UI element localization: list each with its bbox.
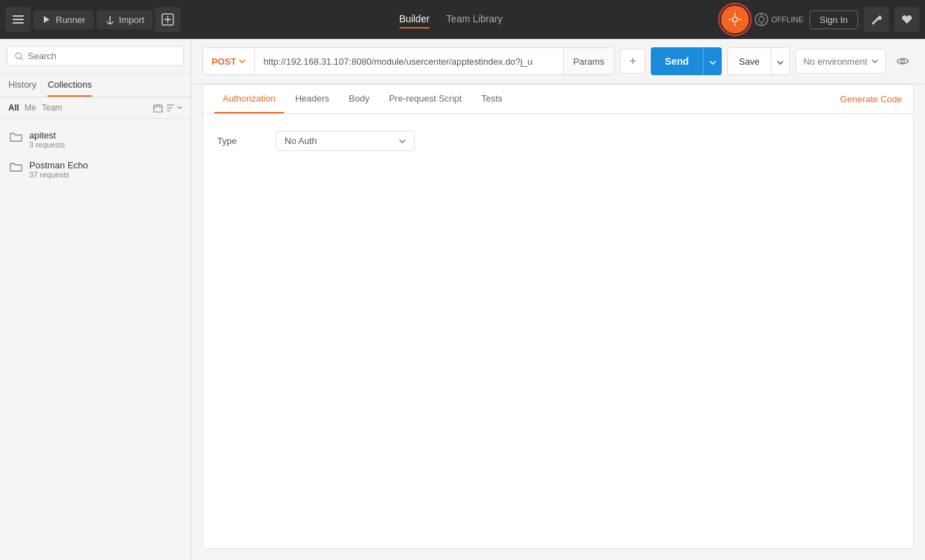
postman-sync-icon[interactable] (721, 6, 749, 33)
search-input-wrap[interactable] (7, 46, 184, 66)
env-label: No environment (803, 56, 867, 67)
save-button-group: Save (727, 47, 791, 75)
tab-pre-request-script[interactable]: Pre-request Script (381, 85, 471, 113)
auth-content: Type No Auth (203, 114, 913, 168)
collection-info: Postman Echo 37 requests (29, 160, 88, 179)
topbar-center: Builder Team Library (183, 10, 718, 29)
add-tab-button[interactable]: + (620, 49, 645, 74)
env-chevron-icon (871, 59, 878, 63)
new-request-button[interactable] (155, 7, 180, 32)
sidebar-tabs: History Collections (0, 74, 191, 97)
folder-icon (10, 161, 22, 176)
sidebar-toggle-button[interactable] (6, 7, 31, 32)
svg-line-20 (21, 58, 23, 60)
sidebar: History Collections All Me Team (0, 39, 191, 560)
collection-info: apitest 3 requests (29, 130, 65, 149)
import-button[interactable]: Import (97, 10, 153, 29)
collection-meta: 37 requests (29, 170, 88, 179)
collection-meta: 3 requests (29, 141, 65, 149)
search-box (0, 39, 191, 74)
svg-point-25 (901, 60, 905, 63)
generate-code-button[interactable]: Generate Code (840, 94, 902, 104)
method-chevron-icon (239, 59, 246, 63)
tab-body[interactable]: Body (340, 85, 378, 113)
save-dropdown-button[interactable] (771, 47, 790, 75)
list-item[interactable]: apitest 3 requests (0, 125, 191, 154)
topbar-right: OFFLINE Sign In (721, 6, 919, 33)
params-button[interactable]: Params (563, 48, 615, 74)
topbar-left: Runner Import (6, 7, 180, 32)
method-select[interactable]: POST (203, 48, 255, 74)
svg-rect-3 (18, 15, 24, 17)
tab-collections[interactable]: Collections (47, 79, 92, 97)
request-tabs: Authorization Headers Body Pre-request S… (203, 85, 913, 114)
filter-me[interactable]: Me (24, 103, 36, 113)
tab-team-library[interactable]: Team Library (446, 10, 503, 29)
request-panel: Authorization Headers Body Pre-request S… (203, 84, 914, 549)
collection-name: apitest (29, 130, 65, 141)
folder-icon (10, 131, 22, 146)
save-button[interactable]: Save (727, 47, 772, 75)
tab-tests[interactable]: Tests (473, 85, 510, 113)
auth-type-select[interactable]: No Auth (276, 131, 415, 151)
svg-point-19 (15, 52, 21, 58)
list-item[interactable]: Postman Echo 37 requests (0, 154, 191, 184)
search-input[interactable] (28, 51, 176, 61)
filter-actions (153, 103, 182, 113)
auth-type-label: Type (217, 136, 259, 146)
filter-bar: All Me Team (0, 97, 191, 119)
url-input[interactable] (255, 56, 562, 67)
send-button-group: Send (651, 47, 721, 75)
filter-team[interactable]: Team (42, 103, 62, 113)
new-collection-button[interactable] (153, 103, 163, 113)
tab-history[interactable]: History (8, 79, 36, 97)
svg-rect-21 (154, 105, 162, 112)
svg-marker-6 (44, 16, 49, 23)
eye-icon (896, 57, 909, 65)
wrench-icon-button[interactable] (864, 7, 889, 32)
eye-button[interactable] (892, 50, 914, 72)
tab-headers[interactable]: Headers (287, 85, 338, 113)
main-content: POST Params + Send (191, 39, 925, 560)
svg-rect-5 (18, 22, 24, 24)
environment-select[interactable]: No environment (796, 49, 886, 74)
url-input-wrap: POST Params (203, 47, 615, 75)
send-chevron-icon (709, 61, 716, 65)
svg-rect-4 (18, 19, 24, 20)
auth-type-row: Type No Auth (217, 131, 899, 151)
app-layout: History Collections All Me Team (0, 39, 925, 560)
sort-button[interactable] (166, 103, 182, 113)
sign-in-button[interactable]: Sign In (809, 10, 858, 29)
url-bar: POST Params + Send (191, 39, 925, 84)
auth-type-value: No Auth (285, 136, 317, 146)
svg-point-16 (759, 17, 764, 22)
tab-authorization[interactable]: Authorization (214, 85, 284, 113)
save-chevron-icon (777, 61, 784, 65)
send-dropdown-button[interactable] (703, 47, 722, 75)
collection-name: Postman Echo (29, 160, 88, 170)
topbar: Runner Import Builder Team Library (0, 0, 925, 39)
send-button[interactable]: Send (651, 47, 702, 75)
url-right: Send Save No envir (651, 47, 914, 75)
heart-icon-button[interactable] (894, 7, 919, 32)
filter-all[interactable]: All (8, 103, 19, 113)
search-icon (15, 51, 24, 61)
collection-list: apitest 3 requests Postman Echo 37 reque… (0, 119, 191, 560)
runner-button[interactable]: Runner (33, 10, 94, 29)
tab-builder[interactable]: Builder (400, 10, 430, 29)
offline-status: OFFLINE (754, 13, 803, 26)
method-label: POST (212, 56, 236, 67)
auth-type-chevron-icon (399, 139, 406, 143)
